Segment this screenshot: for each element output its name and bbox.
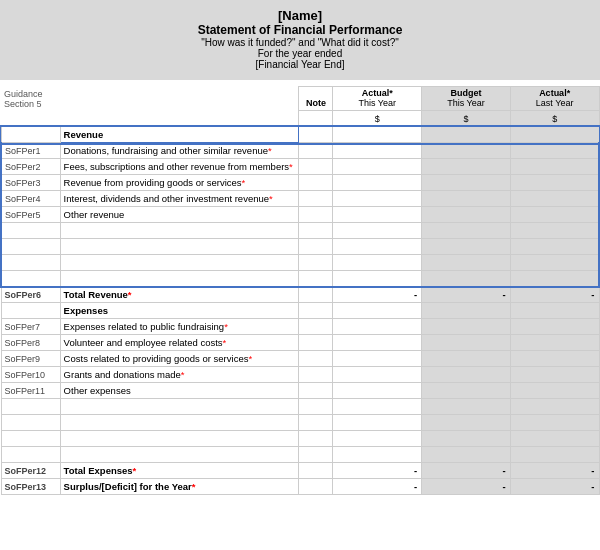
revenue-label: Revenue xyxy=(64,129,104,140)
budget-sub: This Year xyxy=(447,98,485,108)
surplus-row: SoFPer13 Surplus/[Deficit] for the Year*… xyxy=(1,479,599,495)
table-row: SoFPer3 Revenue from providing goods or … xyxy=(1,175,599,191)
guidance-label: Guidance xyxy=(4,89,43,99)
table-row: SoFPer1 Donations, fundraising and other… xyxy=(1,143,599,159)
table-row: SoFPer2 Fees, subscriptions and other re… xyxy=(1,159,599,175)
budget-dollar: $ xyxy=(463,114,468,124)
total-revenue-row: SoFPer6 Total Revenue* - - - xyxy=(1,287,599,303)
report-subtitle3: [Financial Year End] xyxy=(20,59,580,70)
actual-ly-label: Actual* xyxy=(539,88,570,98)
section-label-ref: Section 5 xyxy=(4,99,42,109)
header-section: [Name] Statement of Financial Performanc… xyxy=(0,0,600,80)
table-row xyxy=(1,431,599,447)
table-row xyxy=(1,255,599,271)
table-row xyxy=(1,415,599,431)
actual-ty-dollar: $ xyxy=(375,114,380,124)
table-row xyxy=(1,399,599,415)
expenses-section-header: Expenses xyxy=(1,303,599,319)
table-row xyxy=(1,447,599,463)
table-row xyxy=(1,239,599,255)
column-header-row: Guidance Section 5 Note Actual* This Yea… xyxy=(1,87,599,111)
table-row: SoFPer11 Other expenses xyxy=(1,383,599,399)
table-row xyxy=(1,223,599,239)
dollar-row: $ $ $ xyxy=(1,111,599,127)
budget-label: Budget xyxy=(450,88,481,98)
table-row: SoFPer9 Costs related to providing goods… xyxy=(1,351,599,367)
actual-ty-label: Actual* xyxy=(362,88,393,98)
revenue-section-header: Revenue xyxy=(1,127,599,143)
report-subtitle2: For the year ended xyxy=(20,48,580,59)
actual-ty-sub: This Year xyxy=(359,98,397,108)
report-subtitle1: "How was it funded?" and "What did it co… xyxy=(20,37,580,48)
table-row: SoFPer5 Other revenue xyxy=(1,207,599,223)
total-expenses-row: SoFPer12 Total Expenses* - - - xyxy=(1,463,599,479)
table-row xyxy=(1,271,599,287)
org-name: [Name] xyxy=(20,8,580,23)
actual-ly-sub: Last Year xyxy=(536,98,574,108)
financial-table: Guidance Section 5 Note Actual* This Yea… xyxy=(0,86,600,495)
table-row: SoFPer10 Grants and donations made* xyxy=(1,367,599,383)
table-row: SoFPer7 Expenses related to public fundr… xyxy=(1,319,599,335)
note-header: Note xyxy=(306,98,326,108)
table-row: SoFPer4 Interest, dividends and other in… xyxy=(1,191,599,207)
report-title: Statement of Financial Performance xyxy=(20,23,580,37)
expenses-label: Expenses xyxy=(64,305,108,316)
actual-ly-dollar: $ xyxy=(552,114,557,124)
table-row: SoFPer8 Volunteer and employee related c… xyxy=(1,335,599,351)
